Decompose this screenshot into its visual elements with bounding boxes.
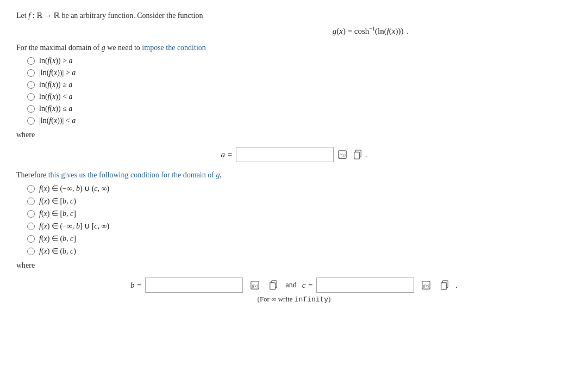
radio-group-1: ln(f(x)) > a |ln(f(x))| > a ln(f(x)) ≥ a…	[27, 57, 572, 125]
radio-group-2: f(x) ∈ (−∞, b) ∪ (c, ∞) f(x) ∈ [b, c) f(…	[27, 184, 572, 256]
radio-label-1a: ln(f(x)) > a	[39, 57, 73, 65]
b-formula-icon[interactable]: f(x)	[248, 279, 261, 292]
radio-option-2e[interactable]: f(x) ∈ (b, c]	[27, 234, 572, 243]
a-input-row: a = f(x) .	[16, 147, 572, 162]
a-input[interactable]	[236, 147, 334, 162]
radio-2b[interactable]	[27, 198, 35, 205]
infinity-note: (For ∞ write infinity)	[16, 295, 572, 304]
radio-1f[interactable]	[27, 117, 35, 125]
radio-label-2a: f(x) ∈ (−∞, b) ∪ (c, ∞)	[39, 184, 109, 193]
a-label: a =	[221, 150, 232, 159]
radio-label-2f: f(x) ∈ (b, c)	[39, 246, 76, 256]
c-copy-icon[interactable]	[438, 279, 451, 292]
a-copy-icon[interactable]	[351, 148, 364, 161]
radio-label-1b: |ln(f(x))| > a	[39, 69, 76, 77]
a-formula-icon[interactable]: f(x)	[336, 148, 349, 161]
radio-2d[interactable]	[27, 223, 35, 230]
radio-label-1c: ln(f(x)) ≥ a	[39, 81, 72, 89]
radio-option-1b[interactable]: |ln(f(x))| > a	[27, 69, 572, 77]
radio-option-2d[interactable]: f(x) ∈ (−∞, b] ∪ [c, ∞)	[27, 221, 572, 231]
svg-text:f(x): f(x)	[252, 283, 259, 288]
radio-option-2c[interactable]: f(x) ∈ [b, c]	[27, 209, 572, 218]
period-2: .	[455, 281, 458, 290]
where-label-2: where	[16, 261, 572, 270]
radio-1d[interactable]	[27, 93, 35, 101]
b-copy-icon[interactable]	[267, 279, 280, 292]
radio-label-2d: f(x) ∈ (−∞, b] ∪ [c, ∞)	[39, 221, 109, 231]
radio-option-2b[interactable]: f(x) ∈ [b, c)	[27, 196, 572, 206]
radio-label-2b: f(x) ∈ [b, c)	[39, 196, 76, 206]
b-label: b =	[130, 281, 142, 290]
radio-option-1a[interactable]: ln(f(x)) > a	[27, 57, 572, 65]
function-display: g(x) = cosh−1(ln(f(x))) .	[16, 26, 572, 36]
radio-option-1c[interactable]: ln(f(x)) ≥ a	[27, 81, 572, 89]
c-label: c =	[302, 281, 314, 290]
therefore-text: Therefore this gives us the following co…	[16, 171, 572, 180]
radio-2e[interactable]	[27, 235, 35, 243]
radio-label-2e: f(x) ∈ (b, c]	[39, 234, 76, 243]
radio-option-1d[interactable]: ln(f(x)) < a	[27, 93, 572, 101]
svg-text:f(x): f(x)	[423, 283, 430, 288]
radio-option-2f[interactable]: f(x) ∈ (b, c)	[27, 246, 572, 256]
where-label-1: where	[16, 131, 572, 139]
radio-label-1f: |ln(f(x))| < a	[39, 116, 76, 125]
period-1: .	[365, 150, 367, 159]
c-formula-icon[interactable]: f(x)	[420, 279, 433, 292]
radio-2a[interactable]	[27, 185, 35, 193]
svg-text:f(x): f(x)	[339, 153, 346, 158]
radio-label-2c: f(x) ∈ [b, c]	[39, 209, 76, 218]
radio-1c[interactable]	[27, 81, 35, 89]
radio-1b[interactable]	[27, 69, 35, 77]
c-input[interactable]	[316, 278, 414, 293]
intro-text: Let f : ℝ → ℝ be an arbitrary function. …	[16, 11, 572, 20]
radio-option-2a[interactable]: f(x) ∈ (−∞, b) ∪ (c, ∞)	[27, 184, 572, 193]
radio-2c[interactable]	[27, 210, 35, 218]
infinity-code: infinity	[295, 295, 328, 304]
radio-option-1f[interactable]: |ln(f(x))| < a	[27, 116, 572, 125]
condition-label: For the maximal domain of g we need to i…	[16, 44, 572, 52]
svg-rect-7	[270, 283, 276, 290]
b-input[interactable]	[145, 278, 243, 293]
radio-option-1e[interactable]: ln(f(x)) ≤ a	[27, 104, 572, 113]
svg-rect-3	[354, 152, 360, 159]
bc-input-row: b = f(x) and c = f(x) .	[16, 278, 572, 293]
radio-1e[interactable]	[27, 105, 35, 113]
radio-2f[interactable]	[27, 248, 35, 255]
radio-label-1e: ln(f(x)) ≤ a	[39, 104, 72, 113]
and-label: and	[285, 281, 296, 289]
radio-label-1d: ln(f(x)) < a	[39, 93, 73, 101]
svg-rect-11	[441, 283, 447, 290]
radio-1a[interactable]	[27, 57, 35, 65]
